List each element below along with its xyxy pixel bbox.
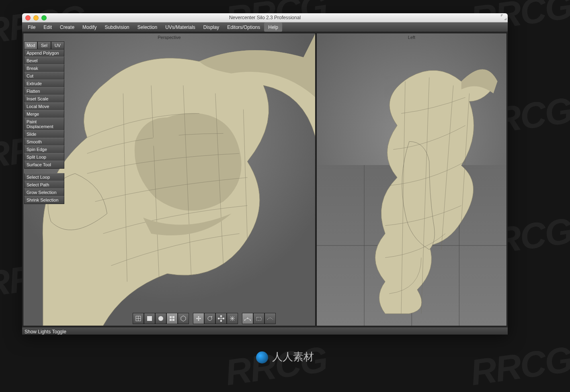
mod-tool-list: Append Polygon Bevel Break Cut Extrude F…	[24, 49, 64, 169]
manip-rotate-button[interactable]	[204, 313, 215, 324]
menu-modify[interactable]: Modify	[78, 22, 100, 32]
titlebar[interactable]: Nevercenter Silo 2.3 Professional	[22, 13, 508, 22]
svg-point-0	[152, 132, 182, 151]
manip-universal-button[interactable]	[227, 313, 238, 324]
manipulator-group	[193, 313, 238, 324]
menu-edit[interactable]: Edit	[39, 22, 56, 32]
brand-logo-icon	[256, 351, 268, 363]
snap-curve-button[interactable]	[264, 313, 276, 324]
menu-file[interactable]: File	[24, 22, 39, 32]
svg-rect-13	[218, 318, 219, 319]
snap-group	[242, 313, 276, 324]
model-perspective	[23, 33, 315, 326]
workspace: Perspective	[22, 32, 508, 327]
tab-uv[interactable]: UV	[51, 41, 64, 49]
tool-spin-edge[interactable]: Spin Edge	[24, 145, 64, 153]
viewport-toolbar	[133, 313, 276, 324]
app-window: Nevercenter Silo 2.3 Professional File E…	[22, 13, 508, 335]
status-bar: Show Lights Toggle	[22, 327, 508, 335]
svg-marker-9	[181, 316, 186, 321]
tool-panel-tabs: Mod Sel UV	[24, 41, 64, 49]
shading-smooth-button[interactable]	[155, 313, 166, 324]
shading-flat-button[interactable]	[144, 313, 155, 324]
snap-edge-button[interactable]	[253, 313, 264, 324]
svg-rect-12	[220, 320, 222, 322]
menu-selection[interactable]: Selection	[133, 22, 161, 32]
menu-editors-options[interactable]: Editors/Options	[223, 22, 264, 32]
menu-uvs-materials[interactable]: UVs/Materials	[161, 22, 199, 32]
shading-wireframe-button[interactable]	[133, 313, 144, 324]
svg-point-15	[244, 320, 246, 321]
tool-append-polygon[interactable]: Append Polygon	[24, 49, 64, 57]
tool-panel: Mod Sel UV Append Polygon Bevel Break Cu…	[24, 41, 64, 204]
tool-local-move[interactable]: Local Move	[24, 102, 64, 110]
footer-branding: 人人素材	[0, 350, 570, 364]
svg-rect-18	[256, 317, 261, 321]
tool-grow-selection[interactable]: Grow Selection	[24, 188, 64, 196]
brand-text: 人人素材	[272, 351, 314, 363]
svg-point-5	[158, 316, 163, 321]
svg-point-16	[247, 318, 248, 319]
tool-break[interactable]: Break	[24, 64, 64, 72]
menu-display[interactable]: Display	[199, 22, 223, 32]
window-title: Nevercenter Silo 2.3 Professional	[22, 15, 508, 20]
svg-point-10	[208, 316, 212, 321]
snap-grid-button[interactable]	[242, 313, 253, 324]
viewport-left[interactable]: Left	[316, 33, 507, 326]
tool-split-loop[interactable]: Split Loop	[24, 153, 64, 161]
tab-sel[interactable]: Sel	[37, 41, 51, 49]
status-text: Show Lights Toggle	[25, 329, 66, 335]
manip-scale-button[interactable]	[215, 313, 227, 324]
menu-help[interactable]: Help	[264, 22, 282, 32]
tool-flatten[interactable]: Flatten	[24, 87, 64, 95]
menubar: File Edit Create Modify Subdivision Sele…	[22, 22, 508, 32]
tool-bevel[interactable]: Bevel	[24, 57, 64, 65]
tool-merge[interactable]: Merge	[24, 110, 64, 118]
tool-inset-scale[interactable]: Inset Scale	[24, 95, 64, 103]
svg-point-17	[250, 320, 251, 321]
tab-mod[interactable]: Mod	[24, 41, 37, 49]
tool-cut[interactable]: Cut	[24, 72, 64, 80]
svg-rect-14	[223, 318, 224, 319]
tool-smooth[interactable]: Smooth	[24, 138, 64, 146]
model-left	[317, 33, 506, 326]
tool-paint-displacement[interactable]: Paint Displacement	[24, 118, 64, 131]
desktop: RRCG RRCG RRCG RRCG RRCG RRCG RRCG RRCG …	[0, 0, 570, 392]
menu-subdivision[interactable]: Subdivision	[100, 22, 133, 32]
tool-surface-tool[interactable]: Surface Tool	[24, 161, 64, 169]
tool-slide[interactable]: Slide	[24, 130, 64, 138]
tool-select-loop[interactable]: Select Loop	[24, 173, 64, 181]
shading-mode-group	[133, 313, 189, 324]
tool-shrink-selection[interactable]: Shrink Selection	[24, 196, 64, 204]
menu-create[interactable]: Create	[56, 22, 78, 32]
manip-move-button[interactable]	[193, 313, 204, 324]
shading-shaded-wire-button[interactable]	[166, 313, 178, 324]
sel-tool-list: Select Loop Select Path Grow Selection S…	[24, 173, 64, 204]
svg-rect-4	[147, 316, 152, 321]
tool-extrude[interactable]: Extrude	[24, 80, 64, 88]
viewport-perspective[interactable]: Perspective	[23, 33, 316, 326]
tool-select-path[interactable]: Select Path	[24, 181, 64, 189]
svg-rect-11	[220, 315, 222, 317]
shading-ghosted-button[interactable]	[178, 313, 189, 324]
fullscreen-icon[interactable]	[501, 14, 506, 20]
